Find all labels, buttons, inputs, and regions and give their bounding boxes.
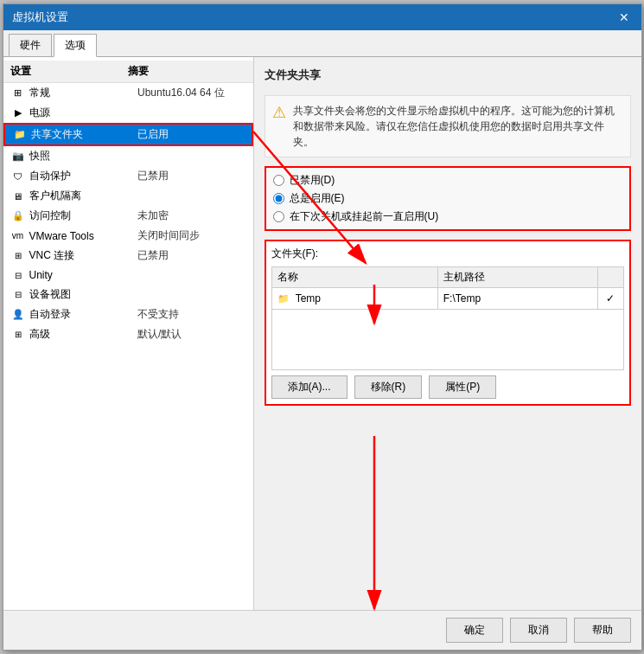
close-button[interactable]: ✕ — [615, 9, 633, 26]
vnc-icon: ⊞ — [10, 249, 26, 263]
row-name: 📁 Temp — [271, 288, 437, 310]
col-path: 主机路径 — [437, 267, 597, 288]
title-bar: 虚拟机设置 ✕ — [3, 4, 641, 30]
right-panel: 文件夹共享 ⚠ 共享文件夹会将您的文件显示给虚拟机中的程序。这可能为您的计算机和… — [254, 57, 641, 610]
autologin-icon: 👤 — [10, 308, 26, 322]
autologin-value: 不受支持 — [137, 307, 246, 322]
sidebar-item-autologin[interactable]: 👤 自动登录 不受支持 — [3, 305, 253, 324]
sidebar-item-power[interactable]: ▶ 电源 — [3, 103, 253, 123]
sidebar-item-vmware-tools[interactable]: vm VMware Tools 关闭时间同步 — [3, 226, 253, 246]
warning-text: 共享文件夹会将您的文件显示给虚拟机中的程序。这可能为您的计算机和数据带来风险。请… — [293, 103, 623, 150]
radio-always-input[interactable] — [273, 193, 284, 204]
bottom-bar: 确定 取消 帮助 — [3, 610, 641, 650]
snapshot-label: 快照 — [29, 149, 138, 164]
autoprotect-icon: 🛡 — [10, 170, 26, 183]
sidebar-item-access-control[interactable]: 🔒 访问控制 未加密 — [3, 206, 253, 226]
tab-options[interactable]: 选项 — [54, 34, 97, 57]
sidebar-item-guest-isolation[interactable]: 🖥 客户机隔离 — [3, 186, 253, 206]
general-value: Ubuntu16.04 64 位 — [137, 86, 246, 100]
sidebar-item-snapshot[interactable]: 📷 快照 — [3, 146, 253, 166]
sidebar-item-device-view[interactable]: ⊟ 设备视图 — [3, 285, 253, 305]
remove-button[interactable]: 移除(R) — [354, 375, 423, 399]
sidebar-item-autoprotect[interactable]: 🛡 自动保护 已禁用 — [3, 166, 253, 186]
left-panel: 设置 摘要 ⊞ 常规 Ubuntu16.04 64 位 ▶ 电源 📁 共享文件夹 — [3, 57, 254, 610]
device-view-icon: ⊟ — [10, 288, 26, 302]
help-button[interactable]: 帮助 — [574, 618, 631, 643]
ok-button[interactable]: 确定 — [446, 618, 503, 643]
radio-section: 已禁用(D) 总是启用(E) 在下次关机或挂起前一直启用(U) — [265, 166, 631, 231]
folder-table: 名称 主机路径 📁 Temp F:\Temp — [271, 266, 624, 370]
autoprotect-value: 已禁用 — [137, 169, 246, 183]
row-checked[interactable]: ✓ — [597, 288, 623, 310]
table-row[interactable]: 📁 Temp F:\Temp ✓ — [271, 288, 623, 310]
folder-section-title: 文件夹(F): — [271, 247, 624, 261]
add-button[interactable]: 添加(A)... — [271, 375, 348, 399]
tab-bar: 硬件 选项 — [3, 30, 641, 57]
left-panel-header: 设置 摘要 — [3, 61, 253, 83]
shared-folder-value: 已启用 — [137, 127, 245, 142]
content-area: 设置 摘要 ⊞ 常规 Ubuntu16.04 64 位 ▶ 电源 📁 共享文件夹 — [3, 57, 641, 610]
sidebar-item-advanced[interactable]: ⊞ 高级 默认/默认 — [3, 324, 253, 344]
col-checkbox — [597, 267, 623, 288]
row-path: F:\Temp — [437, 288, 597, 310]
radio-disabled-label: 已禁用(D) — [290, 173, 335, 188]
warning-box: ⚠ 共享文件夹会将您的文件显示给虚拟机中的程序。这可能为您的计算机和数据带来风险… — [265, 95, 631, 157]
header-settings: 设置 — [10, 64, 129, 79]
folder-buttons: 添加(A)... 移除(R) 属性(P) — [271, 375, 624, 399]
properties-button[interactable]: 属性(P) — [429, 375, 496, 399]
snapshot-icon: 📷 — [10, 150, 26, 164]
autologin-label: 自动登录 — [29, 307, 138, 322]
warning-icon: ⚠ — [272, 103, 286, 122]
sidebar-item-vnc[interactable]: ⊞ VNC 连接 已禁用 — [3, 246, 253, 266]
vnc-label: VNC 连接 — [29, 248, 138, 263]
advanced-icon: ⊞ — [10, 328, 26, 342]
access-control-icon: 🔒 — [10, 209, 26, 223]
autoprotect-label: 自动保护 — [29, 169, 138, 183]
radio-disabled-input[interactable] — [273, 175, 284, 186]
vmware-tools-label: VMware Tools — [29, 230, 138, 242]
access-control-label: 访问控制 — [29, 208, 138, 223]
tab-hardware[interactable]: 硬件 — [9, 34, 52, 56]
power-label: 电源 — [29, 106, 138, 120]
advanced-label: 高级 — [29, 327, 138, 342]
access-control-value: 未加密 — [137, 208, 246, 223]
advanced-value: 默认/默认 — [137, 327, 246, 342]
section-title: 文件夹共享 — [265, 67, 631, 83]
vmware-tools-value: 关闭时间同步 — [137, 228, 246, 243]
guest-isolation-icon: 🖥 — [10, 189, 26, 203]
sidebar-item-general[interactable]: ⊞ 常规 Ubuntu16.04 64 位 — [3, 83, 253, 103]
sidebar-item-unity[interactable]: ⊟ Unity — [3, 266, 253, 285]
vmware-tools-icon: vm — [10, 229, 26, 243]
unity-icon: ⊟ — [10, 268, 26, 282]
row-name-text: Temp — [296, 292, 321, 305]
radio-always-label: 总是启用(E) — [290, 191, 345, 206]
radio-until-input[interactable] — [273, 211, 284, 222]
radio-always[interactable]: 总是启用(E) — [273, 191, 622, 206]
general-icon: ⊞ — [10, 87, 26, 100]
unity-label: Unity — [29, 269, 138, 281]
header-summary: 摘要 — [128, 64, 246, 79]
cancel-button[interactable]: 取消 — [510, 618, 567, 643]
folder-section: 文件夹(F): 名称 主机路径 📁 — [265, 240, 631, 406]
window-title: 虚拟机设置 — [12, 10, 68, 25]
radio-until-label: 在下次关机或挂起前一直启用(U) — [290, 209, 439, 224]
radio-until-poweroff[interactable]: 在下次关机或挂起前一直启用(U) — [273, 209, 622, 224]
shared-folder-label: 共享文件夹 — [31, 127, 138, 142]
device-view-label: 设备视图 — [29, 287, 138, 302]
vnc-value: 已禁用 — [137, 248, 246, 263]
sidebar-item-shared-folder[interactable]: 📁 共享文件夹 已启用 — [3, 123, 253, 146]
power-icon: ▶ — [10, 106, 26, 120]
shared-folder-icon: 📁 — [12, 128, 28, 142]
guest-isolation-label: 客户机隔离 — [29, 189, 138, 203]
radio-disabled[interactable]: 已禁用(D) — [273, 173, 622, 188]
col-name: 名称 — [271, 267, 437, 288]
table-empty-row — [271, 310, 623, 370]
general-label: 常规 — [29, 86, 138, 100]
spacer — [265, 414, 631, 600]
